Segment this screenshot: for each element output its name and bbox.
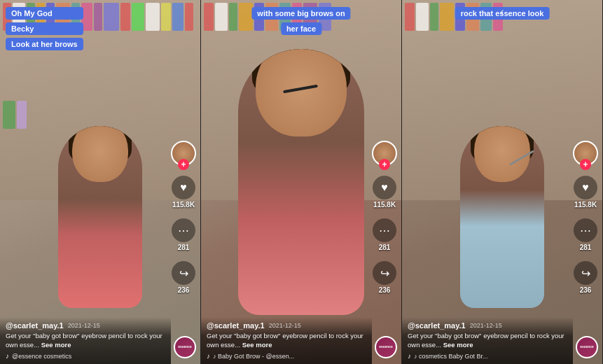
comment-icon-1: ⋯ — [172, 218, 195, 242]
person-1 — [58, 126, 142, 308]
comment-count-1: 281 — [178, 244, 190, 251]
person-2 — [238, 49, 364, 315]
caption-2-1: with some big brows on — [251, 7, 350, 20]
share-icon-2: ↪ — [373, 261, 396, 285]
avatar-1[interactable]: + — [171, 141, 196, 166]
comment-icon-2: ⋯ — [373, 218, 396, 242]
like-btn-3[interactable]: ♥ 115.8K — [574, 176, 597, 209]
music-note-1: ♪ — [6, 352, 9, 360]
see-more-2[interactable]: See more — [242, 341, 272, 349]
share-btn-3[interactable]: ↪ 236 — [574, 261, 597, 294]
share-count-1: 236 — [178, 286, 190, 294]
follow-btn-2[interactable]: + — [379, 159, 390, 170]
like-count-3: 115.8K — [574, 201, 597, 209]
date-2: 2021-12-15 — [269, 322, 301, 329]
action-buttons-3: + ♥ 115.8K ⋯ 281 ↪ 236 — [573, 141, 598, 294]
music-label-3: ♪ cosmetics Baby Got Br... — [414, 353, 488, 360]
username-row-1: @scarlet_may.1 2021-12-15 — [6, 321, 165, 330]
person-3 — [460, 126, 544, 308]
like-btn-1[interactable]: ♥ 115.8K — [172, 176, 195, 209]
music-label-1: @essence cosmetics — [12, 353, 71, 360]
comment-count-3: 281 — [580, 244, 592, 251]
essence-badge-3[interactable]: essence — [576, 336, 598, 358]
bottom-info-1: @scarlet_may.1 2021-12-15 Get your "baby… — [0, 317, 171, 364]
action-buttons-2: + ♥ 115.8K ⋯ 281 ↪ 236 — [372, 141, 397, 294]
essence-badge-2[interactable]: essence — [375, 336, 397, 358]
essence-text-3: essence — [580, 345, 594, 349]
captions-2: with some big brows on her face — [251, 7, 350, 35]
comment-btn-2[interactable]: ⋯ 281 — [373, 218, 396, 251]
bottom-info-3: @scarlet_may.1 2021-12-15 Get your "baby… — [402, 317, 573, 364]
follow-btn-1[interactable]: + — [178, 159, 189, 170]
face-1 — [72, 126, 128, 182]
username-row-3: @scarlet_may.1 2021-12-15 — [408, 321, 567, 330]
video-panel-3[interactable]: rock that essence look ‹ + ♥ 115.8K ⋯ 28… — [402, 0, 603, 364]
comb-tool — [509, 150, 534, 166]
avatar-2[interactable]: + — [372, 141, 397, 166]
comment-count-2: 281 — [379, 244, 391, 251]
face-3 — [474, 126, 530, 182]
username-3: @scarlet_may.1 — [408, 321, 466, 330]
essence-text-2: essence — [379, 345, 393, 349]
captions-1: Oh My God Becky Look at her brows — [6, 7, 83, 50]
face-2 — [256, 49, 347, 136]
bottom-info-2: @scarlet_may.1 2021-12-15 Get your "baby… — [201, 317, 372, 364]
music-note-3: ♪ — [408, 352, 411, 360]
caption-2-2: her face — [281, 22, 321, 35]
heart-icon-1: ♥ — [172, 176, 195, 200]
share-btn-1[interactable]: ↪ 236 — [172, 261, 195, 294]
description-2: Get your "baby got brow" eyebrow pencil … — [207, 332, 366, 349]
caption-1-3: Look at her brows — [6, 38, 83, 50]
date-1: 2021-12-15 — [68, 322, 100, 329]
like-count-1: 115.8K — [172, 201, 195, 209]
description-1: Get your "baby got brow" eyebrow pencil … — [6, 332, 165, 349]
see-more-3[interactable]: See more — [443, 341, 473, 349]
video-panel-1[interactable]: Oh My God Becky Look at her brows + ♥ 11… — [0, 0, 201, 364]
caption-1-2: Becky — [6, 22, 83, 35]
back-arrow-3[interactable]: ‹ — [500, 6, 504, 18]
share-count-3: 236 — [580, 286, 592, 294]
eyebrow-pencil — [283, 85, 318, 94]
follow-btn-3[interactable]: + — [580, 159, 591, 170]
share-btn-2[interactable]: ↪ 236 — [373, 261, 396, 294]
share-icon-3: ↪ — [574, 261, 597, 285]
date-3: 2021-12-15 — [470, 322, 502, 329]
music-row-1: ♪ @essence cosmetics — [6, 352, 165, 360]
share-count-2: 236 — [379, 286, 391, 294]
username-row-2: @scarlet_may.1 2021-12-15 — [207, 321, 366, 330]
comment-icon-3: ⋯ — [574, 218, 597, 242]
essence-text-1: essence — [178, 345, 192, 349]
essence-badge-1[interactable]: essence — [174, 336, 196, 358]
description-3: Get your "baby got brow" eyebrow pencil … — [408, 332, 567, 349]
desc-text-2: Get your "baby got brow" eyebrow pencil … — [207, 332, 363, 348]
username-1: @scarlet_may.1 — [6, 321, 64, 330]
like-btn-2[interactable]: ♥ 115.8K — [373, 176, 396, 209]
heart-icon-3: ♥ — [574, 176, 597, 200]
video-panel-2[interactable]: ‹ with some big brows on her face + ♥ 11… — [201, 0, 402, 364]
action-buttons-1: + ♥ 115.8K ⋯ 281 ↪ 236 — [171, 141, 196, 294]
caption-1-1: Oh My God — [6, 7, 83, 20]
comment-btn-1[interactable]: ⋯ 281 — [172, 218, 195, 251]
desc-text-1: Get your "baby got brow" eyebrow pencil … — [6, 332, 162, 348]
share-icon-1: ↪ — [172, 261, 195, 285]
music-row-2: ♪ ♪ Baby Got Brow - @essen... — [207, 352, 366, 360]
avatar-3[interactable]: + — [573, 141, 598, 166]
heart-icon-2: ♥ — [373, 176, 396, 200]
see-more-1[interactable]: See more — [41, 341, 71, 349]
comment-btn-3[interactable]: ⋯ 281 — [574, 218, 597, 251]
music-label-2: ♪ Baby Got Brow - @essen... — [213, 353, 294, 360]
desc-text-3: Get your "baby got brow" eyebrow pencil … — [408, 332, 564, 348]
like-count-2: 115.8K — [373, 201, 396, 209]
music-row-3: ♪ ♪ cosmetics Baby Got Br... — [408, 352, 567, 360]
username-2: @scarlet_may.1 — [207, 321, 265, 330]
music-note-2: ♪ — [207, 352, 210, 360]
